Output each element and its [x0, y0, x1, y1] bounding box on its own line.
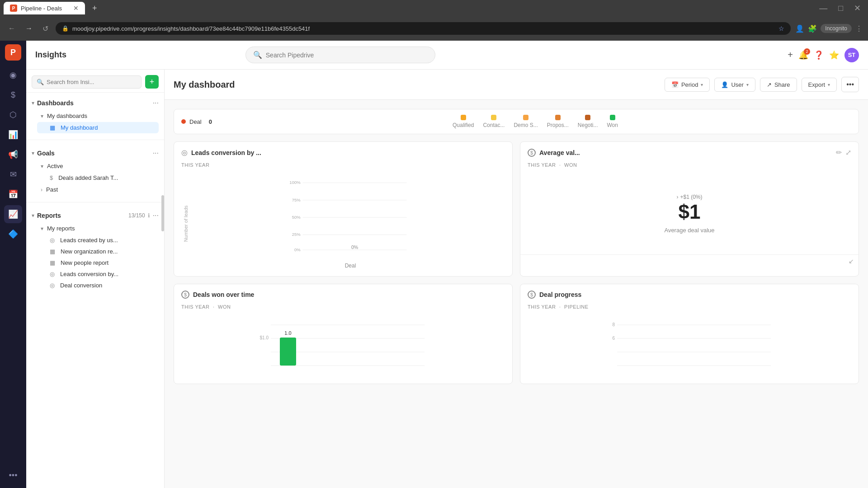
my-reports-item[interactable]: ▾ My reports — [37, 222, 159, 235]
avg-change-arrow: › — [676, 194, 678, 200]
deals-added-item[interactable]: $ Deals added Sarah T... — [37, 172, 159, 183]
rail-leads[interactable]: ⬡ — [4, 106, 22, 124]
reports-more[interactable]: ··· — [153, 211, 159, 220]
goals-more[interactable]: ··· — [153, 149, 159, 157]
deals-won-dot: · — [213, 304, 215, 310]
minimize-btn[interactable]: — — [816, 4, 831, 13]
maximize-btn[interactable]: □ — [835, 4, 847, 13]
deal-progress-chart: 8 6 — [528, 320, 851, 375]
sidebar-search-input[interactable] — [47, 79, 137, 85]
leads-conv-item[interactable]: ◎ Leads conversion by... — [37, 268, 159, 280]
app-logo[interactable]: P — [5, 44, 21, 61]
stage-won: Won — [607, 115, 618, 128]
deal-progress-dot: · — [559, 304, 561, 310]
new-org-item[interactable]: ▦ New organization re... — [37, 246, 159, 257]
stage-contact: Contac... — [483, 115, 505, 128]
bookmark-star[interactable]: ☆ — [778, 25, 784, 32]
rail-integrations[interactable]: 🔷 — [4, 225, 22, 243]
goal-icon: $ — [50, 174, 53, 181]
sidebar-search-icon: 🔍 — [37, 79, 44, 85]
rail-campaigns[interactable]: 📢 — [4, 145, 22, 164]
dashboards-chevron: ▾ — [32, 100, 34, 106]
rail-more[interactable]: ••• — [4, 466, 22, 484]
sidebar-add-button[interactable]: + — [145, 75, 159, 89]
back-button[interactable]: ← — [5, 23, 18, 34]
reports-section: ▾ Reports 13/150 ℹ ··· ▾ My reports ◎ — [26, 205, 164, 295]
my-dashboard-item[interactable]: ▦ My dashboard — [37, 122, 159, 133]
reports-header[interactable]: ▾ Reports 13/150 ℹ ··· — [32, 209, 159, 222]
browser-chrome: P Pipeline - Deals ✕ + — □ ✕ ← → ↺ 🔒 moo… — [0, 0, 868, 41]
share-button[interactable]: ↗ Share — [760, 78, 797, 92]
leads-chart-container: Number of leads — [181, 178, 505, 269]
export-label: Export — [808, 81, 826, 88]
deals-won-body: $1.0 1.0 — [174, 315, 512, 381]
sidebar-search-wrapper[interactable]: 🔍 — [32, 75, 142, 89]
browser-titlebar: P Pipeline - Deals ✕ + — □ ✕ — [0, 0, 868, 16]
export-button[interactable]: Export ▾ — [802, 78, 837, 92]
tab-close-btn[interactable]: ✕ — [73, 5, 79, 12]
search-input[interactable] — [266, 52, 428, 59]
menu-btn[interactable]: ⋮ — [855, 24, 863, 33]
refresh-button[interactable]: ↺ — [40, 23, 51, 35]
profile-icon[interactable]: 👤 — [795, 24, 804, 33]
main-area: Insights 🔍 + 🔔 2 ❓ ⭐ ST — [26, 41, 868, 488]
new-tab-button[interactable]: + — [89, 4, 101, 13]
rail-messages[interactable]: ✉ — [4, 165, 22, 183]
period-chevron: ▾ — [701, 82, 703, 87]
user-label: User — [731, 81, 743, 88]
bar-label-text: 1.0 — [284, 330, 291, 336]
more-button[interactable]: ••• — [841, 77, 859, 92]
add-button[interactable]: + — [788, 50, 793, 60]
avg-collapse-icon[interactable]: ↙ — [849, 258, 854, 265]
extension-icon[interactable]: 🧩 — [808, 24, 817, 33]
search-bar[interactable]: 🔍 — [245, 47, 435, 63]
calendar-icon: 📅 — [8, 189, 18, 199]
top-cards-grid: ◎ Leads conversion by ... THIS YEAR — [174, 141, 859, 277]
notifications-icon[interactable]: 🔔 2 — [798, 50, 808, 60]
address-bar[interactable]: 🔒 moodjoy.pipedrive.com/progress/insight… — [56, 22, 791, 35]
deal-progress-icon: $ — [528, 291, 536, 299]
reports-icon: 📊 — [8, 130, 18, 140]
avg-edit-icon[interactable]: ✏ — [836, 148, 842, 157]
deals-added-label: Deals added Sarah T... — [58, 174, 118, 181]
new-people-item[interactable]: ▦ New people report — [37, 257, 159, 268]
past-goals-item[interactable]: › Past — [37, 183, 159, 196]
goals-header[interactable]: ▾ Goals ··· — [32, 146, 159, 160]
leads-created-item[interactable]: ◎ Leads created by us... — [37, 235, 159, 246]
rail-deals[interactable]: $ — [4, 86, 22, 104]
deal-conv-item[interactable]: ◎ Deal conversion — [37, 280, 159, 291]
dashboards-more[interactable]: ··· — [153, 99, 159, 107]
pipeline-bar: Deal 0 Qualified Contac... — [174, 109, 859, 134]
stage-qualified-dot — [461, 115, 466, 120]
browser-tab[interactable]: P Pipeline - Deals ✕ — [4, 2, 85, 14]
forward-button[interactable]: → — [23, 23, 35, 34]
stage-qualified-label: Qualified — [453, 122, 474, 128]
main-dashboard: My dashboard 📅 Period ▾ 👤 User ▾ ↗ S — [165, 70, 868, 488]
leads-card-body: Number of leads — [174, 173, 512, 276]
goals-chevron: ▾ — [32, 150, 34, 156]
active-goals-item[interactable]: ▾ Active — [37, 160, 159, 172]
user-button[interactable]: 👤 User ▾ — [714, 78, 755, 92]
reports-info-icon[interactable]: ℹ — [148, 212, 150, 219]
bottom-cards-row: $ Deals won over time THIS YEAR · WON — [174, 284, 859, 384]
avg-move-icon[interactable]: ⤢ — [845, 148, 851, 157]
help-icon[interactable]: ❓ — [814, 50, 824, 60]
new-org-label: New organization re... — [61, 248, 118, 255]
my-dashboards-item[interactable]: ▾ My dashboards — [37, 110, 159, 122]
user-avatar[interactable]: ST — [844, 48, 859, 62]
reports-subsection: ▾ My reports ◎ Leads created by us... ▦ … — [37, 222, 159, 291]
rail-insights[interactable]: 📈 — [4, 205, 22, 223]
bookmark-icon[interactable]: ⭐ — [829, 50, 839, 60]
svg-text:6: 6 — [612, 336, 615, 341]
rail-reports[interactable]: 📊 — [4, 126, 22, 144]
period-button[interactable]: 📅 Period ▾ — [665, 78, 710, 92]
rail-home[interactable]: ◉ — [4, 66, 22, 84]
rail-calendar[interactable]: 📅 — [4, 185, 22, 203]
deal-progress-filter: PIPELINE — [564, 304, 589, 310]
close-btn[interactable]: ✕ — [850, 3, 864, 13]
sidebar-scrollbar[interactable] — [161, 195, 164, 231]
period-label: Period — [681, 81, 698, 88]
reports-count: 13/150 — [128, 212, 145, 219]
avg-deal-value-label: Average deal value — [664, 227, 714, 234]
dashboards-header[interactable]: ▾ Dashboards ··· — [32, 96, 159, 110]
